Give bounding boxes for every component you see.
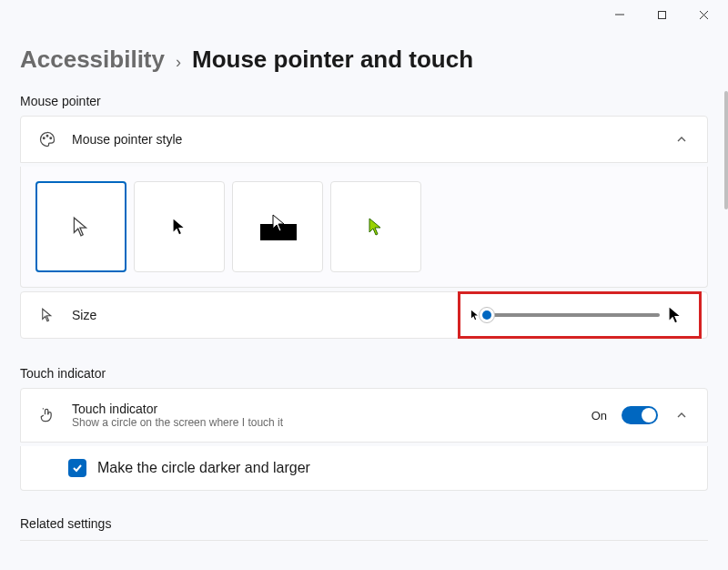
svg-point-4 — [43, 137, 45, 139]
minimize-button[interactable] — [599, 2, 641, 27]
page-title: Mouse pointer and touch — [192, 46, 473, 74]
page-content: Accessibility › Mouse pointer and touch … — [0, 46, 728, 541]
maximize-button[interactable] — [641, 2, 682, 27]
minimize-icon — [614, 9, 625, 20]
scrollbar[interactable] — [724, 91, 728, 209]
cursor-custom-icon — [365, 216, 387, 238]
breadcrumb-parent[interactable]: Accessibility — [20, 46, 165, 74]
chevron-up-icon — [672, 130, 691, 148]
touch-icon — [37, 405, 57, 425]
pointer-style-white[interactable] — [35, 181, 126, 272]
cursor-size-icon — [37, 305, 57, 325]
touch-indicator-card[interactable]: Touch indicator Show a circle on the scr… — [20, 388, 708, 443]
cursor-inverted-icon — [253, 211, 302, 242]
palette-icon — [37, 129, 57, 149]
pointer-size-card: Size — [20, 291, 708, 339]
chevron-up-icon — [672, 406, 691, 424]
darker-larger-label: Make the circle darker and larger — [97, 460, 310, 476]
touch-toggle[interactable] — [622, 406, 658, 424]
cursor-white-icon — [69, 215, 93, 239]
pointer-style-custom[interactable] — [330, 181, 421, 272]
size-label: Size — [72, 308, 96, 322]
separator — [20, 540, 708, 541]
mouse-pointer-section-label: Mouse pointer — [20, 94, 708, 108]
annotation-highlight — [458, 291, 702, 339]
window-titlebar — [0, 0, 728, 29]
toggle-state-label: On — [592, 409, 607, 422]
svg-point-5 — [46, 135, 48, 137]
touch-row-title: Touch indicator — [72, 402, 577, 416]
style-row-title: Mouse pointer style — [72, 132, 182, 147]
pointer-styles-panel — [20, 167, 708, 288]
pointer-style-black[interactable] — [134, 181, 225, 272]
cursor-black-icon — [169, 217, 189, 237]
breadcrumb-separator-icon: › — [176, 53, 181, 72]
svg-rect-1 — [658, 11, 665, 18]
darker-larger-checkbox[interactable] — [68, 459, 86, 477]
close-icon — [699, 10, 709, 20]
pointer-style-inverted[interactable] — [232, 181, 323, 272]
mouse-pointer-style-card[interactable]: Mouse pointer style — [20, 116, 708, 163]
touch-row-subtitle: Show a circle on the screen where I touc… — [72, 416, 577, 429]
maximize-icon — [657, 10, 667, 20]
check-icon — [71, 462, 84, 474]
svg-point-6 — [50, 137, 52, 139]
related-section-label: Related settings — [20, 516, 708, 531]
close-button[interactable] — [682, 2, 724, 27]
darker-larger-row[interactable]: Make the circle darker and larger — [20, 446, 708, 491]
touch-section-label: Touch indicator — [20, 366, 708, 381]
breadcrumb: Accessibility › Mouse pointer and touch — [20, 46, 708, 74]
